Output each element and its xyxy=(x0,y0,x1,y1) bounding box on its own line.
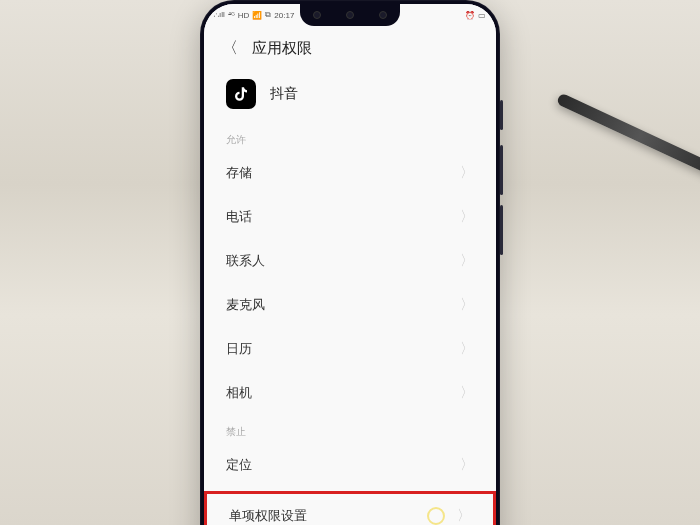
perm-label: 存储 xyxy=(226,164,252,182)
perm-calendar[interactable]: 日历 〉 xyxy=(204,327,496,371)
perm-phone[interactable]: 电话 〉 xyxy=(204,195,496,239)
perm-label: 日历 xyxy=(226,340,252,358)
perm-camera[interactable]: 相机 〉 xyxy=(204,371,496,415)
perm-microphone[interactable]: 麦克风 〉 xyxy=(204,283,496,327)
perm-label: 麦克风 xyxy=(226,296,265,314)
douyin-icon xyxy=(226,79,256,109)
display-notch xyxy=(300,4,400,26)
perm-location[interactable]: 定位 〉 xyxy=(204,443,496,487)
app-info-row[interactable]: 抖音 xyxy=(204,71,496,123)
chevron-right-icon: 〉 xyxy=(460,252,474,270)
chevron-right-icon: 〉 xyxy=(457,507,471,525)
front-camera xyxy=(313,11,321,19)
speaker-grill xyxy=(346,11,354,19)
phone-screen: ⸫ıll ⁴ᴳ HD 📶 ⧉ 20:17 ⏰ ▭ 〈 应用权限 抖音 允许 xyxy=(204,4,496,525)
allow-section-label: 允许 xyxy=(204,123,496,151)
battery-icon: ▭ xyxy=(478,11,486,20)
perm-label: 联系人 xyxy=(226,252,265,270)
back-icon[interactable]: 〈 xyxy=(222,38,238,59)
hd-icon: HD xyxy=(238,11,250,20)
tap-indicator-icon xyxy=(427,507,445,525)
chevron-right-icon: 〉 xyxy=(460,296,474,314)
vol-up-button xyxy=(500,145,503,195)
front-camera-2 xyxy=(379,11,387,19)
chevron-right-icon: 〉 xyxy=(460,384,474,402)
highlighted-row: 单项权限设置 〉 xyxy=(204,491,496,525)
signal-icon: ⸫ıll xyxy=(214,10,225,20)
perm-storage[interactable]: 存储 〉 xyxy=(204,151,496,195)
chevron-right-icon: 〉 xyxy=(460,208,474,226)
chevron-right-icon: 〉 xyxy=(460,340,474,358)
bt-icon: ⧉ xyxy=(265,10,271,20)
perm-label: 相机 xyxy=(226,384,252,402)
status-time: 20:17 xyxy=(274,11,294,20)
page-title: 应用权限 xyxy=(252,39,312,58)
alarm-icon: ⏰ xyxy=(465,11,475,20)
chevron-right-icon: 〉 xyxy=(460,456,474,474)
perm-label: 定位 xyxy=(226,456,252,474)
perm-label: 单项权限设置 xyxy=(229,507,307,525)
single-perm-settings[interactable]: 单项权限设置 〉 xyxy=(207,494,493,525)
power-button xyxy=(500,100,503,130)
network-type: ⁴ᴳ xyxy=(228,11,235,20)
perm-label: 电话 xyxy=(226,208,252,226)
perm-contacts[interactable]: 联系人 〉 xyxy=(204,239,496,283)
vol-down-button xyxy=(500,205,503,255)
phone-frame: ⸫ıll ⁴ᴳ HD 📶 ⧉ 20:17 ⏰ ▭ 〈 应用权限 抖音 允许 xyxy=(200,0,500,525)
desk-pen xyxy=(556,93,700,180)
deny-section-label: 禁止 xyxy=(204,415,496,443)
wifi-icon: 📶 xyxy=(252,11,262,20)
chevron-right-icon: 〉 xyxy=(460,164,474,182)
app-name: 抖音 xyxy=(270,85,298,103)
page-header: 〈 应用权限 xyxy=(204,26,496,71)
